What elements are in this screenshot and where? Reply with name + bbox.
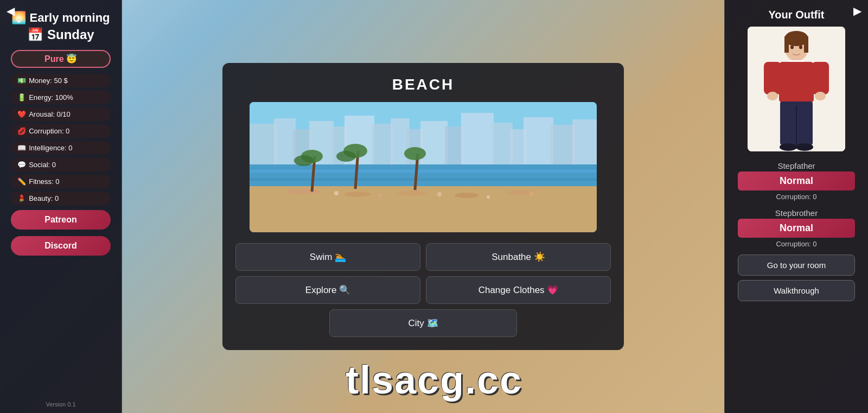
- stepbrother-corruption: Corruption: 0: [776, 240, 816, 248]
- svg-rect-12: [461, 113, 494, 167]
- trait-label: Pure: [44, 54, 64, 63]
- money-label: Money: 50 $: [29, 77, 68, 85]
- svg-point-56: [799, 46, 802, 49]
- svg-point-34: [404, 147, 426, 160]
- svg-rect-8: [391, 118, 410, 167]
- stat-intelligence: 📖 Intelligence: 0: [11, 141, 111, 155]
- change-clothes-button[interactable]: Change Clothes 💗: [426, 276, 611, 304]
- stepfather-corruption: Corruption: 0: [776, 193, 816, 201]
- svg-rect-44: [804, 36, 808, 53]
- svg-rect-19: [250, 170, 597, 173]
- outfit-image: [748, 27, 845, 151]
- svg-rect-1: [250, 124, 277, 167]
- svg-rect-16: [551, 125, 575, 167]
- svg-rect-46: [779, 62, 814, 103]
- sunbathe-button[interactable]: Sunbathe ☀️: [426, 243, 611, 271]
- arousal-label: Arousal: 0/10: [29, 110, 71, 118]
- patreon-button[interactable]: Patreon: [11, 210, 111, 230]
- svg-rect-15: [524, 117, 553, 167]
- svg-point-35: [334, 191, 339, 195]
- svg-rect-47: [764, 62, 781, 94]
- svg-rect-43: [784, 36, 789, 53]
- stat-corruption: 💋 Corruption: 0: [11, 124, 111, 138]
- stat-money: 💵 Money: 50 $: [11, 74, 111, 87]
- action-grid: Swim 🏊 Sunbathe ☀️ Explore 🔍 Change Clot…: [235, 243, 611, 304]
- day-label: 📅 Sunday: [11, 27, 110, 42]
- intelligence-label: Intelligence: 0: [29, 144, 72, 152]
- walkthrough-button[interactable]: Walkthrough: [738, 280, 855, 301]
- svg-point-25: [455, 193, 478, 198]
- svg-rect-7: [372, 124, 393, 167]
- stat-energy: 🔋 Energy: 100%: [11, 91, 111, 104]
- svg-point-22: [288, 188, 320, 195]
- version-text: Version 0.1: [46, 401, 75, 408]
- stepfather-status: Normal: [738, 171, 855, 190]
- svg-point-53: [780, 143, 797, 151]
- trait-emoji: 😇: [66, 54, 77, 63]
- time-text: Early morning: [30, 11, 110, 24]
- beauty-emoji: 💄: [17, 194, 26, 202]
- svg-point-50: [815, 92, 826, 100]
- svg-point-23: [344, 192, 372, 197]
- svg-point-32: [336, 151, 356, 162]
- svg-rect-20: [250, 178, 597, 181]
- energy-label: Energy: 100%: [29, 93, 73, 101]
- svg-point-54: [796, 143, 813, 151]
- svg-rect-13: [491, 123, 513, 167]
- left-sidebar: 🌅 Early morning 📅 Sunday Pure 😇 💵 Money:…: [0, 0, 122, 413]
- svg-point-37: [437, 192, 442, 196]
- trait-badge: Pure 😇: [11, 50, 111, 68]
- game-panel: BEACH: [222, 63, 624, 350]
- scene-image: [250, 102, 597, 232]
- svg-rect-48: [812, 62, 829, 94]
- svg-point-29: [294, 155, 314, 166]
- social-emoji: 💬: [17, 161, 26, 169]
- time-label: 🌅 Early morning: [11, 11, 110, 25]
- svg-rect-17: [572, 119, 597, 167]
- stat-arousal: ❤️ Arousal: 0/10: [11, 107, 111, 121]
- nav-right-arrow[interactable]: ▶: [853, 4, 861, 17]
- svg-point-36: [378, 194, 381, 197]
- go-to-room-button[interactable]: Go to your room: [738, 255, 855, 276]
- svg-rect-2: [274, 118, 296, 167]
- stepfather-label: Stepfather: [777, 161, 815, 170]
- city-button[interactable]: City 🗺️: [329, 309, 517, 337]
- time-block: 🌅 Early morning 📅 Sunday: [11, 11, 110, 42]
- stat-social: 💬 Social: 0: [11, 158, 111, 171]
- svg-point-38: [487, 195, 490, 199]
- stat-beauty: 💄 Beauty: 0: [11, 192, 111, 205]
- social-label: Social: 0: [29, 161, 56, 169]
- money-emoji: 💵: [17, 77, 26, 85]
- svg-point-24: [397, 190, 427, 196]
- discord-button[interactable]: Discord: [11, 236, 111, 256]
- explore-button[interactable]: Explore 🔍: [235, 276, 420, 304]
- intelligence-emoji: 📖: [17, 144, 26, 152]
- svg-rect-11: [445, 126, 464, 167]
- stat-fitness: ✏️ Fitness: 0: [11, 175, 111, 188]
- energy-emoji: 🔋: [17, 93, 26, 101]
- corruption-label: Corruption: 0: [29, 127, 69, 135]
- fitness-emoji: ✏️: [17, 177, 26, 186]
- main-area: BEACH: [122, 0, 724, 413]
- day-emoji: 📅: [27, 27, 43, 42]
- beauty-label: Beauty: 0: [29, 194, 59, 202]
- swim-button[interactable]: Swim 🏊: [235, 243, 420, 271]
- nav-left-arrow[interactable]: ◀: [7, 4, 15, 17]
- fitness-label: Fitness: 0: [29, 177, 59, 186]
- stepbrother-status: Normal: [738, 219, 855, 238]
- svg-rect-10: [420, 121, 448, 167]
- svg-point-49: [767, 92, 778, 100]
- corruption-emoji: 💋: [17, 127, 26, 135]
- stepbrother-label: Stepbrother: [775, 208, 818, 218]
- arousal-emoji: ❤️: [17, 110, 26, 118]
- svg-point-39: [529, 192, 534, 196]
- svg-point-55: [790, 46, 794, 49]
- day-text: Sunday: [47, 27, 94, 42]
- bottom-action-row: City 🗺️: [235, 309, 611, 337]
- outfit-title: Your Outfit: [769, 9, 825, 21]
- right-sidebar: Your Outfit: [724, 0, 868, 413]
- location-title: BEACH: [392, 76, 455, 93]
